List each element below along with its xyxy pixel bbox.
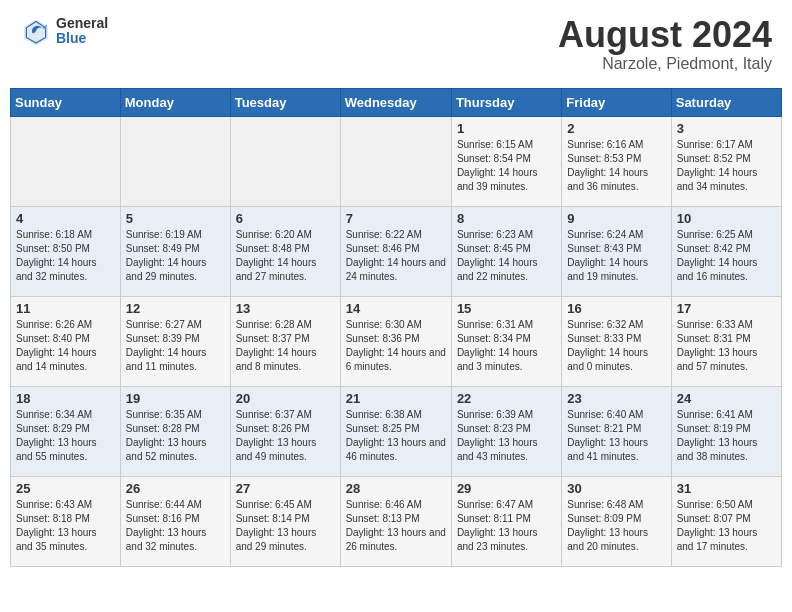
day-info: Sunrise: 6:26 AM Sunset: 8:40 PM Dayligh…	[16, 318, 115, 374]
day-number: 15	[457, 301, 556, 316]
day-cell: 21Sunrise: 6:38 AM Sunset: 8:25 PM Dayli…	[340, 386, 451, 476]
day-cell: 18Sunrise: 6:34 AM Sunset: 8:29 PM Dayli…	[11, 386, 121, 476]
day-cell: 28Sunrise: 6:46 AM Sunset: 8:13 PM Dayli…	[340, 476, 451, 566]
column-header-wednesday: Wednesday	[340, 88, 451, 116]
day-cell: 26Sunrise: 6:44 AM Sunset: 8:16 PM Dayli…	[120, 476, 230, 566]
day-info: Sunrise: 6:50 AM Sunset: 8:07 PM Dayligh…	[677, 498, 776, 554]
location: Narzole, Piedmont, Italy	[558, 55, 772, 73]
day-cell	[340, 116, 451, 206]
day-cell: 3Sunrise: 6:17 AM Sunset: 8:52 PM Daylig…	[671, 116, 781, 206]
day-number: 23	[567, 391, 665, 406]
day-info: Sunrise: 6:39 AM Sunset: 8:23 PM Dayligh…	[457, 408, 556, 464]
day-info: Sunrise: 6:45 AM Sunset: 8:14 PM Dayligh…	[236, 498, 335, 554]
day-info: Sunrise: 6:38 AM Sunset: 8:25 PM Dayligh…	[346, 408, 446, 464]
day-info: Sunrise: 6:28 AM Sunset: 8:37 PM Dayligh…	[236, 318, 335, 374]
header-row: SundayMondayTuesdayWednesdayThursdayFrid…	[11, 88, 782, 116]
logo-blue: Blue	[56, 31, 108, 46]
day-info: Sunrise: 6:18 AM Sunset: 8:50 PM Dayligh…	[16, 228, 115, 284]
day-number: 26	[126, 481, 225, 496]
day-number: 4	[16, 211, 115, 226]
day-number: 1	[457, 121, 556, 136]
day-number: 25	[16, 481, 115, 496]
day-cell: 20Sunrise: 6:37 AM Sunset: 8:26 PM Dayli…	[230, 386, 340, 476]
day-number: 10	[677, 211, 776, 226]
day-info: Sunrise: 6:23 AM Sunset: 8:45 PM Dayligh…	[457, 228, 556, 284]
day-info: Sunrise: 6:46 AM Sunset: 8:13 PM Dayligh…	[346, 498, 446, 554]
day-info: Sunrise: 6:15 AM Sunset: 8:54 PM Dayligh…	[457, 138, 556, 194]
day-info: Sunrise: 6:48 AM Sunset: 8:09 PM Dayligh…	[567, 498, 665, 554]
week-row-4: 18Sunrise: 6:34 AM Sunset: 8:29 PM Dayli…	[11, 386, 782, 476]
day-number: 18	[16, 391, 115, 406]
day-number: 11	[16, 301, 115, 316]
day-cell: 10Sunrise: 6:25 AM Sunset: 8:42 PM Dayli…	[671, 206, 781, 296]
day-cell: 8Sunrise: 6:23 AM Sunset: 8:45 PM Daylig…	[451, 206, 561, 296]
day-info: Sunrise: 6:20 AM Sunset: 8:48 PM Dayligh…	[236, 228, 335, 284]
day-number: 16	[567, 301, 665, 316]
column-header-tuesday: Tuesday	[230, 88, 340, 116]
day-number: 5	[126, 211, 225, 226]
day-number: 31	[677, 481, 776, 496]
day-cell: 22Sunrise: 6:39 AM Sunset: 8:23 PM Dayli…	[451, 386, 561, 476]
day-number: 12	[126, 301, 225, 316]
day-number: 28	[346, 481, 446, 496]
day-number: 19	[126, 391, 225, 406]
calendar-header: SundayMondayTuesdayWednesdayThursdayFrid…	[11, 88, 782, 116]
column-header-friday: Friday	[562, 88, 671, 116]
day-info: Sunrise: 6:30 AM Sunset: 8:36 PM Dayligh…	[346, 318, 446, 374]
column-header-monday: Monday	[120, 88, 230, 116]
day-info: Sunrise: 6:19 AM Sunset: 8:49 PM Dayligh…	[126, 228, 225, 284]
day-info: Sunrise: 6:35 AM Sunset: 8:28 PM Dayligh…	[126, 408, 225, 464]
day-cell: 24Sunrise: 6:41 AM Sunset: 8:19 PM Dayli…	[671, 386, 781, 476]
day-cell: 2Sunrise: 6:16 AM Sunset: 8:53 PM Daylig…	[562, 116, 671, 206]
day-cell: 27Sunrise: 6:45 AM Sunset: 8:14 PM Dayli…	[230, 476, 340, 566]
day-info: Sunrise: 6:24 AM Sunset: 8:43 PM Dayligh…	[567, 228, 665, 284]
day-info: Sunrise: 6:25 AM Sunset: 8:42 PM Dayligh…	[677, 228, 776, 284]
day-cell: 7Sunrise: 6:22 AM Sunset: 8:46 PM Daylig…	[340, 206, 451, 296]
day-number: 24	[677, 391, 776, 406]
day-info: Sunrise: 6:33 AM Sunset: 8:31 PM Dayligh…	[677, 318, 776, 374]
day-number: 9	[567, 211, 665, 226]
day-number: 20	[236, 391, 335, 406]
week-row-2: 4Sunrise: 6:18 AM Sunset: 8:50 PM Daylig…	[11, 206, 782, 296]
day-number: 17	[677, 301, 776, 316]
day-number: 14	[346, 301, 446, 316]
day-cell: 15Sunrise: 6:31 AM Sunset: 8:34 PM Dayli…	[451, 296, 561, 386]
day-info: Sunrise: 6:37 AM Sunset: 8:26 PM Dayligh…	[236, 408, 335, 464]
title-block: August 2024 Narzole, Piedmont, Italy	[558, 15, 772, 73]
day-cell: 30Sunrise: 6:48 AM Sunset: 8:09 PM Dayli…	[562, 476, 671, 566]
day-cell: 31Sunrise: 6:50 AM Sunset: 8:07 PM Dayli…	[671, 476, 781, 566]
week-row-5: 25Sunrise: 6:43 AM Sunset: 8:18 PM Dayli…	[11, 476, 782, 566]
day-info: Sunrise: 6:27 AM Sunset: 8:39 PM Dayligh…	[126, 318, 225, 374]
month-year: August 2024	[558, 15, 772, 55]
day-number: 22	[457, 391, 556, 406]
calendar-body: 1Sunrise: 6:15 AM Sunset: 8:54 PM Daylig…	[11, 116, 782, 566]
day-number: 27	[236, 481, 335, 496]
day-cell: 13Sunrise: 6:28 AM Sunset: 8:37 PM Dayli…	[230, 296, 340, 386]
page-header: General Blue August 2024 Narzole, Piedmo…	[10, 10, 782, 78]
day-cell: 25Sunrise: 6:43 AM Sunset: 8:18 PM Dayli…	[11, 476, 121, 566]
week-row-3: 11Sunrise: 6:26 AM Sunset: 8:40 PM Dayli…	[11, 296, 782, 386]
day-cell: 17Sunrise: 6:33 AM Sunset: 8:31 PM Dayli…	[671, 296, 781, 386]
calendar-table: SundayMondayTuesdayWednesdayThursdayFrid…	[10, 88, 782, 567]
day-info: Sunrise: 6:17 AM Sunset: 8:52 PM Dayligh…	[677, 138, 776, 194]
day-cell: 9Sunrise: 6:24 AM Sunset: 8:43 PM Daylig…	[562, 206, 671, 296]
day-cell	[120, 116, 230, 206]
day-number: 29	[457, 481, 556, 496]
day-info: Sunrise: 6:41 AM Sunset: 8:19 PM Dayligh…	[677, 408, 776, 464]
day-number: 30	[567, 481, 665, 496]
day-cell: 6Sunrise: 6:20 AM Sunset: 8:48 PM Daylig…	[230, 206, 340, 296]
day-cell: 16Sunrise: 6:32 AM Sunset: 8:33 PM Dayli…	[562, 296, 671, 386]
day-info: Sunrise: 6:44 AM Sunset: 8:16 PM Dayligh…	[126, 498, 225, 554]
day-number: 13	[236, 301, 335, 316]
day-cell	[230, 116, 340, 206]
day-cell: 5Sunrise: 6:19 AM Sunset: 8:49 PM Daylig…	[120, 206, 230, 296]
day-cell: 1Sunrise: 6:15 AM Sunset: 8:54 PM Daylig…	[451, 116, 561, 206]
day-number: 8	[457, 211, 556, 226]
logo: General Blue	[20, 15, 108, 47]
day-cell: 14Sunrise: 6:30 AM Sunset: 8:36 PM Dayli…	[340, 296, 451, 386]
day-info: Sunrise: 6:34 AM Sunset: 8:29 PM Dayligh…	[16, 408, 115, 464]
day-cell: 29Sunrise: 6:47 AM Sunset: 8:11 PM Dayli…	[451, 476, 561, 566]
day-info: Sunrise: 6:43 AM Sunset: 8:18 PM Dayligh…	[16, 498, 115, 554]
day-info: Sunrise: 6:31 AM Sunset: 8:34 PM Dayligh…	[457, 318, 556, 374]
day-info: Sunrise: 6:47 AM Sunset: 8:11 PM Dayligh…	[457, 498, 556, 554]
